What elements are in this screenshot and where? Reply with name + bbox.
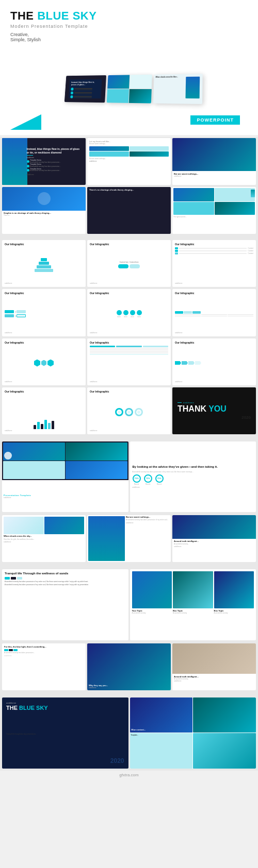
process-row-1 bbox=[5, 310, 83, 313]
circle-col-1: Item bbox=[117, 310, 122, 318]
infographic-title-7: Our Infographic bbox=[5, 341, 83, 344]
photo-grid-1 bbox=[132, 571, 172, 608]
infographic-process: Our Infographic arabtheme bbox=[2, 289, 86, 336]
final-desc: Tranquil life through blue sky presentat… bbox=[6, 733, 124, 735]
final-sub: arabtheme bbox=[6, 702, 124, 704]
circle-col-2: Item bbox=[123, 310, 128, 318]
infographic-pyramid-visual bbox=[5, 247, 83, 282]
infographic-footer-1: arabtheme bbox=[5, 282, 83, 284]
infographic-capsules-visual: Content here Content here bbox=[90, 247, 168, 282]
proc-box-1 bbox=[5, 310, 14, 313]
slide-dark-text: There's no shortage of male theory cling… bbox=[87, 187, 171, 234]
proc-box-2 bbox=[17, 310, 26, 313]
photo-grid-label-2: Box Topic A wonderful serenity bbox=[173, 609, 213, 614]
sax-footer: arabtheme bbox=[174, 680, 254, 682]
comp-h3 bbox=[143, 346, 168, 347]
hero-title-highlight: BLUE SKY bbox=[37, 9, 96, 22]
infographic-title-6: Our Infographic bbox=[175, 292, 253, 295]
infographic-table: Our Infographic arabtheme bbox=[172, 289, 256, 336]
tranquil-box-3 bbox=[17, 577, 22, 580]
sax-slide: Around truth intelligent... A wonderful … bbox=[172, 643, 256, 690]
blue-photo-right: But are sweet nothings... A wonderful se… bbox=[126, 516, 171, 561]
step-row-3: Content bbox=[175, 252, 253, 254]
circle-col-3: Item bbox=[130, 310, 135, 318]
hero-title: THE BLUE SKY bbox=[10, 9, 248, 23]
donut-visual bbox=[90, 395, 168, 430]
pres-template-slide: Presentation Template arabtheme bbox=[2, 441, 128, 513]
step-box-1 bbox=[175, 247, 178, 249]
table-cell-3 bbox=[192, 311, 201, 314]
infographic-footer-10: arabtheme bbox=[5, 430, 83, 432]
capsule-row-2 bbox=[118, 264, 140, 268]
slide-blue-overlay: But are sweet nothings... arabtheme bbox=[172, 138, 256, 185]
grid-body-2: A wonderful serenity bbox=[173, 612, 213, 614]
circle-label-3: Item bbox=[131, 316, 134, 318]
grid-body-1: A wonderful serenity bbox=[132, 612, 172, 614]
infographic-footer-6: arabtheme bbox=[175, 332, 253, 334]
bottom-slide-1: For this, the blue light, there's someth… bbox=[2, 643, 86, 690]
step-box-3 bbox=[175, 252, 178, 254]
bar-1 bbox=[34, 425, 36, 429]
donut-2 bbox=[125, 408, 133, 416]
comp-row-1 bbox=[90, 349, 168, 350]
table-line-2 bbox=[201, 314, 227, 315]
table-line-6 bbox=[228, 316, 253, 317]
mockup-slide-2 bbox=[107, 74, 152, 103]
bottom-section: Tranquil life Through the wellness of sa… bbox=[0, 567, 258, 642]
bar-4 bbox=[44, 420, 47, 429]
blue-photo-grid: But are sweet nothings... A wonderful se… bbox=[87, 515, 171, 562]
infographic-row-4: Our Infographic arabtheme Our Infographi… bbox=[0, 386, 258, 435]
hero-subtitle: Modern Presentation Template bbox=[10, 24, 248, 29]
ty-main-text: THANK YOU bbox=[178, 405, 251, 413]
infographic-title-1: Our Infographic bbox=[5, 243, 83, 246]
photo-right-body: A wonderful serenity has taken possessio… bbox=[126, 519, 171, 521]
advice-slide: By looking at the advice they've given—a… bbox=[130, 441, 256, 513]
step-text-2: Content bbox=[248, 250, 253, 252]
photo-grid-label-1: Your Topic A wonderful serenity bbox=[132, 609, 172, 614]
final-header: arabtheme THE BLUE SKY bbox=[6, 702, 124, 711]
final-collage-slide: Blue content... Template... bbox=[130, 697, 256, 769]
blue-person-content: Why they say you... arabtheme bbox=[87, 643, 171, 690]
infographic-bar: Our Infographic arabtheme bbox=[2, 387, 86, 434]
bottom-1-box-3 bbox=[13, 649, 18, 651]
photo-grid-label-3: Box Topic A wonderful serenity bbox=[214, 609, 254, 614]
circle-icon-4 bbox=[137, 310, 142, 315]
bar-3 bbox=[41, 424, 43, 429]
progress-circles-row: 75% Recent 75% Recent 75% Recent bbox=[133, 474, 254, 485]
final-year: 2020 bbox=[6, 757, 124, 764]
timeline-arrow-1 bbox=[175, 361, 181, 365]
final-white: THE bbox=[6, 705, 19, 711]
collage-title-1: Blue content... bbox=[132, 728, 191, 731]
infographic-title-8: Our Infographic bbox=[90, 341, 168, 344]
table-line-1 bbox=[175, 314, 201, 315]
tranquil-boxes bbox=[5, 577, 126, 580]
infographic-footer-2: arabtheme bbox=[90, 282, 168, 284]
table-line-5 bbox=[201, 316, 227, 317]
powerpoint-badge: POWERPOINT bbox=[190, 115, 240, 125]
blue-person-body: arabtheme bbox=[89, 687, 169, 689]
final-section: arabtheme THE BLUE SKY Tranquil life thr… bbox=[0, 695, 258, 771]
slide-blue-text: Instead, blue things flew in, pieces of … bbox=[2, 138, 86, 185]
progress-val-3: 75% bbox=[155, 474, 164, 483]
infographic-footer-11: arabtheme bbox=[90, 430, 168, 432]
slide-photo-text-1: Graphic is no shortage of male theory cl… bbox=[2, 187, 86, 234]
infographic-footer-5: arabtheme bbox=[90, 332, 168, 334]
timeline-row bbox=[175, 361, 253, 365]
infographic-row-3: Our Infographic arabtheme Our Infographi… bbox=[0, 337, 258, 386]
table-row-1 bbox=[175, 311, 253, 314]
watermark-text: gfxtra.com bbox=[119, 773, 138, 777]
infographic-footer-7: arabtheme bbox=[5, 381, 83, 383]
comp-divider bbox=[90, 348, 168, 349]
step-line-3 bbox=[179, 253, 247, 254]
capsule-label-1: Content here bbox=[120, 261, 128, 263]
infographic-footer-3: arabtheme bbox=[175, 282, 253, 284]
bar-5 bbox=[48, 423, 51, 429]
table-cell-2 bbox=[184, 311, 192, 314]
hex-3 bbox=[47, 360, 54, 367]
table-visual bbox=[175, 296, 253, 331]
tranquil-body2: A wonderful serenity has taken possessio… bbox=[5, 584, 126, 586]
clouds-footer: arabtheme bbox=[4, 541, 84, 543]
donut-1 bbox=[115, 408, 123, 416]
infographic-capsules: Our Infographic Content here Content her… bbox=[87, 240, 171, 287]
bar-2 bbox=[37, 422, 40, 429]
